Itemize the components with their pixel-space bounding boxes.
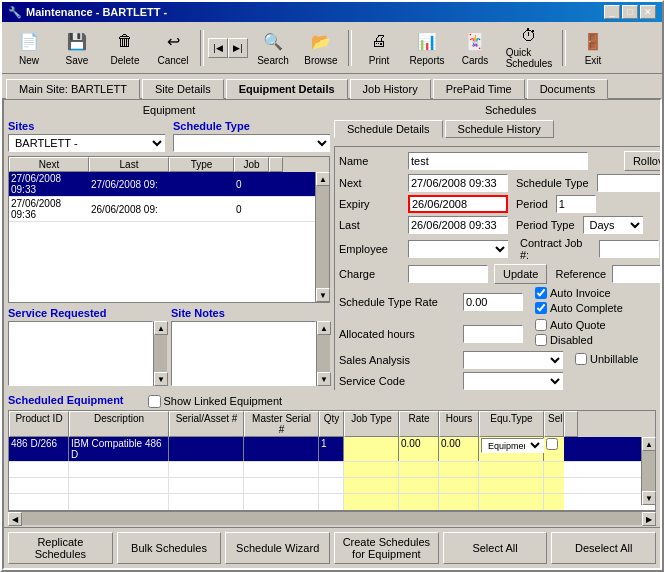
schedule-rate-label: Schedule Type Rate [339, 296, 459, 308]
site-scroll-track[interactable] [317, 335, 330, 372]
last-button[interactable]: ▶| [228, 38, 248, 58]
auto-complete-checkbox[interactable] [535, 302, 547, 314]
disabled-checkbox[interactable] [535, 334, 547, 346]
replicate-schedules-button[interactable]: Replicate Schedules [8, 532, 113, 564]
exit-button[interactable]: 🚪 Exit [570, 26, 616, 70]
bulk-schedules-button[interactable]: Bulk Schedules [117, 532, 222, 564]
cards-button[interactable]: 🃏 Cards [452, 26, 498, 70]
show-linked-checkbox[interactable] [148, 395, 161, 408]
minimize-button[interactable]: _ [604, 5, 620, 19]
eq-scroll-down[interactable]: ▼ [642, 491, 656, 505]
scroll-track[interactable] [316, 186, 329, 288]
tab-main-site[interactable]: Main Site: BARTLETT [6, 79, 140, 99]
tab-site-details[interactable]: Site Details [142, 79, 224, 99]
auto-quote-checkbox[interactable] [535, 319, 547, 331]
period-input[interactable] [556, 195, 596, 213]
employee-dropdown[interactable] [408, 240, 508, 258]
eq-scroll-up[interactable]: ▲ [642, 437, 656, 451]
sites-select[interactable]: BARTLETT - [8, 134, 165, 152]
separator-3 [562, 30, 566, 66]
save-button[interactable]: 💾 Save [54, 26, 100, 70]
schedule-details-tab[interactable]: Schedule Details [334, 120, 443, 138]
employee-select[interactable] [408, 240, 508, 258]
schedule-wizard-button[interactable]: Schedule Wizard [225, 532, 330, 564]
equipment-grid-scrollbar[interactable]: ▲ ▼ [641, 437, 655, 505]
next-input[interactable] [408, 174, 508, 192]
schedule-row-2[interactable]: 27/06/2008 09:36 26/06/2008 09: 0 [9, 197, 315, 222]
tab-documents[interactable]: Documents [527, 79, 609, 99]
create-schedules-button[interactable]: Create Schedules for Equipment [334, 532, 439, 564]
service-scroll-track[interactable] [154, 335, 167, 372]
schedule-type-dropdown[interactable] [173, 134, 330, 152]
first-button[interactable]: |◀ [208, 38, 228, 58]
new-button[interactable]: 📄 New [6, 26, 52, 70]
schedule-grid-scrollbar[interactable]: ▲ ▼ [315, 172, 329, 302]
browse-button[interactable]: 📂 Browse [298, 26, 344, 70]
cards-label: Cards [462, 55, 489, 66]
scheduled-equipment-header: Scheduled Equipment Show Linked Equipmen… [8, 392, 656, 410]
quick-schedules-button[interactable]: ⏱ QuickSchedules [500, 26, 558, 70]
cancel-icon: ↩ [161, 29, 185, 53]
reports-button[interactable]: 📊 Reports [404, 26, 450, 70]
period-type-dropdown[interactable]: Days [583, 216, 643, 234]
maximize-button[interactable]: □ [622, 5, 638, 19]
tab-prepaid-time[interactable]: PrePaid Time [433, 79, 525, 99]
equipment-hscrollbar[interactable]: ◀ ▶ [8, 511, 656, 525]
auto-invoice-checkbox[interactable] [535, 287, 547, 299]
name-input[interactable] [408, 152, 588, 170]
reference-input[interactable] [612, 265, 660, 283]
eq-sel-checkbox-1[interactable] [546, 438, 558, 450]
contract-job-input[interactable] [599, 240, 659, 258]
service-code-dropdown[interactable] [463, 372, 563, 390]
eq-hscroll-track[interactable] [22, 512, 642, 525]
period-type-select[interactable]: Days [583, 216, 643, 234]
tab-equipment-details[interactable]: Equipment Details [226, 79, 348, 99]
scheduled-equipment-label: Scheduled Equipment [8, 394, 124, 406]
tab-job-history[interactable]: Job History [350, 79, 431, 99]
service-scroll-up[interactable]: ▲ [154, 321, 168, 335]
schedule-history-tab[interactable]: Schedule History [445, 120, 554, 138]
charge-input[interactable] [408, 265, 488, 283]
service-code-select[interactable] [463, 372, 563, 390]
schedule-type-right-dropdown[interactable] [597, 174, 660, 192]
unbillable-checkbox[interactable] [575, 353, 587, 365]
eq-scroll-right[interactable]: ▶ [642, 512, 656, 526]
service-requested-textarea[interactable] [8, 321, 153, 386]
scroll-down-arrow[interactable]: ▼ [316, 288, 330, 302]
schedule-type-right-select[interactable] [597, 174, 660, 192]
select-all-button[interactable]: Select All [443, 532, 548, 564]
site-notes-scrollbar[interactable]: ▲ ▼ [316, 321, 330, 386]
site-notes-textarea[interactable] [171, 321, 316, 386]
allocated-hours-input[interactable] [463, 325, 523, 343]
schedule-row-1[interactable]: 27/06/2008 09:33 27/06/2008 09: 0 [9, 172, 315, 197]
print-button[interactable]: 🖨 Print [356, 26, 402, 70]
sales-analysis-dropdown[interactable] [463, 351, 563, 369]
deselect-all-button[interactable]: Deselect All [551, 532, 656, 564]
eq-scroll-track[interactable] [642, 451, 655, 491]
sales-analysis-select[interactable] [463, 351, 563, 369]
eq-scroll-left[interactable]: ◀ [8, 512, 22, 526]
app-icon: 🔧 [8, 6, 22, 19]
eq-equtype-select-1[interactable]: Equipment [481, 438, 544, 453]
rollover-button[interactable]: Rollover [624, 151, 660, 171]
period-type-label: Period Type [516, 219, 575, 231]
schedule-grid-body: 27/06/2008 09:33 27/06/2008 09: 0 27/06/… [9, 172, 315, 302]
service-scroll-down[interactable]: ▼ [154, 372, 168, 386]
sites-dropdown[interactable]: BARTLETT - [8, 134, 165, 152]
update-button[interactable]: Update [494, 264, 547, 284]
equipment-row-1[interactable]: 486 D/266 IBM Compatible 486 D 1 0.00 0.… [9, 437, 641, 462]
service-scrollbar[interactable]: ▲ ▼ [153, 321, 167, 386]
last-input[interactable] [408, 216, 508, 234]
schedule-type-select[interactable] [173, 134, 330, 152]
scroll-up-arrow[interactable]: ▲ [316, 172, 330, 186]
schedule-rate-input[interactable] [463, 293, 523, 311]
cancel-button[interactable]: ↩ Cancel [150, 26, 196, 70]
delete-button[interactable]: 🗑 Delete [102, 26, 148, 70]
search-button[interactable]: 🔍 Search [250, 26, 296, 70]
auto-quote-row: Auto Quote [535, 319, 606, 331]
site-scroll-down[interactable]: ▼ [317, 372, 331, 386]
site-scroll-up[interactable]: ▲ [317, 321, 331, 335]
close-button[interactable]: ✕ [640, 5, 656, 19]
last-row: Last Period Type Days [339, 216, 660, 234]
expiry-input[interactable] [408, 195, 508, 213]
